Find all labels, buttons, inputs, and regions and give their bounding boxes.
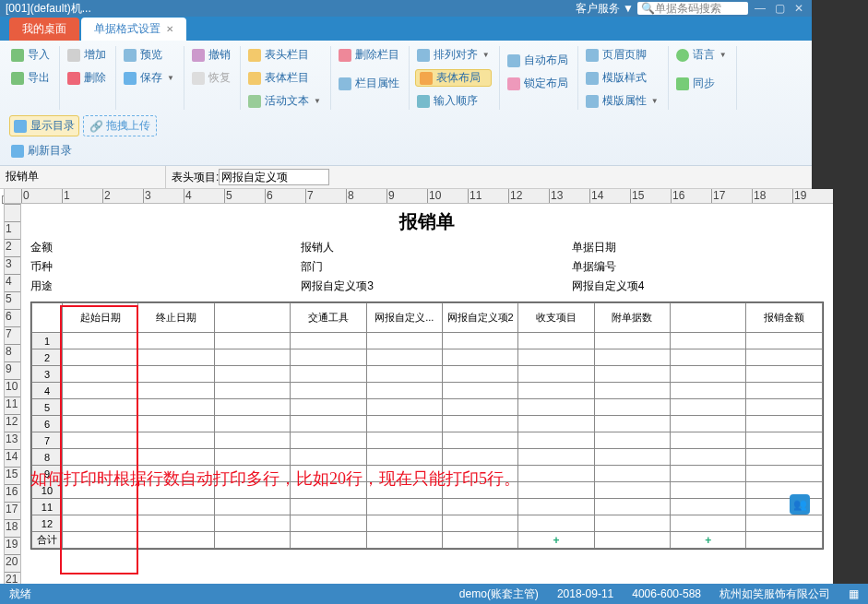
header-col-button[interactable]: 表头栏目 [246, 46, 323, 64]
tab-form-settings[interactable]: 单据格式设置✕ [81, 18, 186, 41]
body-layout-button[interactable]: 表体布局 [415, 69, 492, 87]
delete-button[interactable]: 删除 [65, 69, 108, 87]
body-col-button[interactable]: 表体栏目 [246, 69, 323, 87]
redo-button[interactable]: 恢复 [190, 69, 232, 87]
header-fields: 金额报销人单据日期 币种部门单据编号 用途网报自定义项3网报自定义项4 [30, 240, 824, 294]
outer-bottom-bar: 就绪 demo(账套主管) 2018-09-11 4006-600-588 杭州… [0, 584, 868, 604]
service-dropdown[interactable]: 客户服务 ▼ [576, 1, 634, 17]
title-bar: [001](default)机... 客户服务 ▼ 🔍单据条码搜索 — ▢ ✕ [0, 0, 812, 17]
close-icon[interactable]: ✕ [791, 2, 806, 15]
header-item-input[interactable] [219, 169, 329, 185]
add-button[interactable]: 增加 [65, 46, 108, 64]
refresh-toc-button[interactable]: 刷新目录 [9, 142, 157, 160]
search-icon: 🔍 [641, 2, 655, 15]
tab-bar: 我的桌面 单据格式设置✕ [0, 17, 812, 41]
tpl-attr-button[interactable]: 模版属性▼ [584, 92, 660, 110]
drag-upload-badge[interactable]: 🔗拖拽上传 [83, 115, 157, 136]
align-button[interactable]: 排列对齐▼ [415, 46, 492, 64]
horizontal-ruler: 012345678910111213141516171819 [5, 189, 833, 204]
annotation-text: 如何打印时根据行数自动打印多行，比如20行，现在只能打印5行。 [30, 468, 824, 490]
help-float-icon[interactable]: 👥 [790, 494, 810, 515]
col-attr-button[interactable]: 栏目属性 [337, 75, 401, 92]
lang-button[interactable]: 语言▼ [674, 46, 729, 64]
active-text-button[interactable]: 活动文本▼ [246, 92, 323, 110]
undo-button[interactable]: 撤销 [190, 46, 232, 64]
sync-button[interactable]: 同步 [674, 75, 729, 92]
auto-layout-button[interactable]: 自动布局 [505, 52, 570, 69]
template-name: 报销单 [0, 166, 166, 188]
tpl-style-button[interactable]: 模版样式 [584, 69, 660, 87]
body-grid[interactable]: 起始日期终止日期交通工具网报自定义...网报自定义项2收支项目附单据数报销金额1… [30, 302, 824, 550]
header-footer-button[interactable]: 页眉页脚 [584, 46, 660, 64]
maximize-icon[interactable]: ▢ [772, 2, 788, 15]
ribbon-toolbar: 导入 导出 增加 删除 预览 保存▼ 撤销 恢复 表头栏目 表体栏目 活动文本▼… [0, 41, 812, 166]
minimize-icon[interactable]: — [752, 2, 768, 15]
save-button[interactable]: 保存▼ [122, 69, 176, 87]
qr-icon[interactable]: ▦ [839, 587, 868, 600]
lock-layout-button[interactable]: 锁定布局 [505, 75, 570, 92]
preview-button[interactable]: 预览 [122, 46, 176, 64]
link-icon: 🔗 [89, 120, 103, 133]
import-button[interactable]: 导入 [9, 46, 52, 64]
sub-header: 报销单 表头项目: [0, 166, 812, 189]
show-toc-button[interactable]: 显示目录 [9, 115, 79, 136]
barcode-search[interactable]: 单据条码搜索 [655, 1, 721, 17]
export-button[interactable]: 导出 [9, 69, 52, 87]
title-welcome: [001](default)机... [6, 1, 91, 17]
vertical-ruler: 123456789101112131415161718192021 [5, 204, 21, 591]
input-order-button[interactable]: 输入顺序 [415, 92, 492, 110]
del-col-button[interactable]: 删除栏目 [337, 46, 401, 64]
doc-title: 报销单 [30, 207, 824, 240]
tab-close-icon[interactable]: ✕ [166, 24, 173, 34]
design-canvas[interactable]: 报销单 金额报销人单据日期 币种部门单据编号 用途网报自定义项3网报自定义项4 … [21, 204, 833, 591]
tab-desktop[interactable]: 我的桌面 [9, 18, 79, 41]
